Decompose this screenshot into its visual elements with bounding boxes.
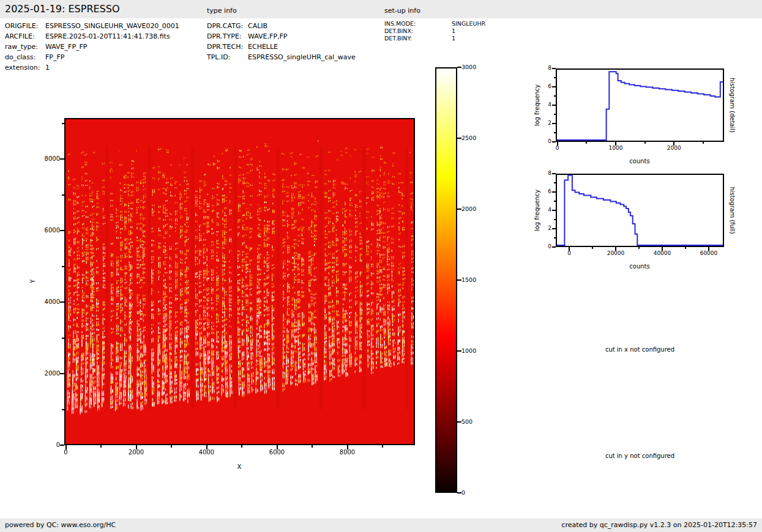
info-label: INS.MODE:: [384, 20, 452, 28]
footer-bar: powered by QC: www.eso.org/HC created by…: [0, 519, 762, 532]
axis-tick-label: 8000: [29, 155, 60, 162]
info-value: ESPRESSO_SINGLEUHR_WAVE020_0001: [45, 21, 179, 31]
info-value: 1: [452, 28, 455, 35]
histogram-detail-line: [557, 70, 723, 141]
info-value: CALIB: [248, 21, 267, 31]
type-info-heading: type info: [207, 7, 237, 15]
info-label: ARCFILE:: [5, 31, 45, 42]
histogram-full-line: [557, 175, 723, 246]
info-row: ARCFILE:ESPRE.2025-01-20T11:41:41.738.fi…: [5, 31, 179, 42]
axis-tick: [457, 492, 461, 493]
info-value: 1: [45, 62, 50, 73]
axis-tick: [241, 445, 242, 448]
setup-info-heading: set-up info: [384, 7, 420, 15]
info-row: DPR.TECH:ECHELLE: [207, 42, 356, 52]
axis-tick-label: 8000: [329, 449, 366, 456]
axis-tick: [586, 142, 587, 144]
info-value: ECHELLE: [248, 42, 278, 52]
info-value: 1: [452, 35, 455, 42]
axis-tick: [554, 219, 556, 220]
type-info-list: DPR.CATG:CALIBDPR.TYPE:WAVE,FP,FPDPR.TEC…: [207, 21, 356, 62]
main-y-axis-label: Y: [29, 279, 36, 283]
axis-tick-label: 2000: [118, 449, 155, 456]
axis-tick-label: 40000: [644, 250, 681, 257]
axis-tick-label: 1000: [597, 145, 634, 152]
info-value: WAVE,FP,FP: [248, 31, 288, 42]
histogram-detail-plot: [556, 68, 724, 142]
cut-y-message: cut in y not configured: [556, 453, 724, 459]
hist-full-x-label: counts: [597, 263, 682, 270]
axis-tick-label: 8: [521, 170, 551, 177]
axis-tick: [100, 445, 102, 448]
axis-tick: [312, 445, 313, 448]
raw-image-canvas: [65, 119, 414, 444]
axis-tick-label: 0: [521, 138, 551, 145]
page-title: 2025-01-19: ESPRESSO: [5, 0, 120, 18]
axis-tick-label: 2: [521, 225, 551, 232]
axis-tick: [382, 445, 383, 448]
axis-tick: [554, 237, 556, 238]
info-label: ORIGFILE:: [5, 21, 45, 31]
axis-tick: [638, 247, 640, 249]
axis-tick: [644, 142, 646, 144]
axis-tick-label: 2500: [461, 135, 492, 141]
axis-tick-label: 60000: [690, 250, 727, 257]
axis-tick: [60, 445, 64, 446]
axis-tick: [554, 201, 556, 202]
info-row: DET.BINY:1: [384, 35, 485, 42]
axis-tick-label: 0: [539, 145, 576, 152]
info-label: TPL.ID:: [207, 52, 248, 62]
footer-right-text: created by qc_rawdisp.py v1.2.3 on 2025-…: [561, 519, 757, 532]
info-row: TPL.ID:ESPRESSO_singleUHR_cal_wave: [207, 52, 356, 62]
axis-tick-label: 4000: [29, 298, 60, 305]
info-row: do_class:FP_FP: [5, 52, 179, 62]
info-row: extension:1: [5, 62, 179, 73]
axis-tick: [685, 247, 686, 249]
axis-tick-label: 1500: [461, 276, 492, 283]
info-row: DPR.TYPE:WAVE,FP,FP: [207, 31, 356, 42]
axis-tick-label: 500: [461, 418, 492, 425]
axis-tick-label: 0: [521, 243, 551, 250]
axis-tick: [457, 138, 461, 139]
info-label: DPR.TECH:: [207, 42, 248, 52]
axis-tick-label: 2000: [656, 145, 692, 152]
info-label: extension:: [5, 62, 45, 73]
axis-tick-label: 0: [48, 449, 84, 456]
info-value: SINGLEUHR: [452, 20, 485, 28]
axis-tick: [554, 77, 556, 78]
axis-tick: [62, 266, 64, 267]
axis-tick: [60, 301, 64, 303]
axis-tick: [60, 158, 64, 160]
axis-tick: [552, 86, 556, 87]
axis-tick: [552, 191, 556, 193]
axis-tick: [62, 194, 64, 196]
raw-image-plot: [64, 118, 415, 445]
axis-tick-label: 20000: [597, 250, 634, 257]
axis-tick: [552, 228, 556, 229]
info-label: raw_type:: [5, 42, 45, 52]
info-value: FP_FP: [45, 52, 64, 62]
axis-tick: [60, 373, 64, 374]
info-row: DPR.CATG:CALIB: [207, 21, 356, 31]
hist-detail-right-label: histogram (detail): [729, 78, 736, 133]
axis-tick: [554, 182, 556, 183]
axis-tick: [171, 445, 172, 448]
axis-tick-label: 4: [521, 207, 551, 213]
axis-tick: [554, 95, 556, 97]
info-row: ORIGFILE:ESPRESSO_SINGLEUHR_WAVE020_0001: [5, 21, 179, 31]
axis-tick-label: 3000: [461, 64, 492, 70]
info-row: DET.BINX:1: [384, 28, 485, 35]
setup-info-list: INS.MODE:SINGLEUHRDET.BINX:1DET.BINY:1: [384, 20, 485, 42]
axis-tick: [457, 279, 461, 281]
file-info-list: ORIGFILE:ESPRESSO_SINGLEUHR_WAVE020_0001…: [5, 21, 179, 73]
histogram-full-plot: [556, 174, 724, 247]
info-label: DPR.CATG:: [207, 21, 248, 31]
info-label: DET.BINX:: [384, 28, 452, 35]
header-bar: 2025-01-19: ESPRESSO type info set-up in…: [0, 0, 762, 18]
axis-tick-label: 6: [521, 188, 551, 195]
axis-tick: [552, 141, 556, 142]
axis-tick: [552, 210, 556, 211]
axis-tick-label: 0: [551, 250, 588, 257]
axis-tick: [457, 209, 461, 210]
axis-tick: [552, 173, 556, 174]
